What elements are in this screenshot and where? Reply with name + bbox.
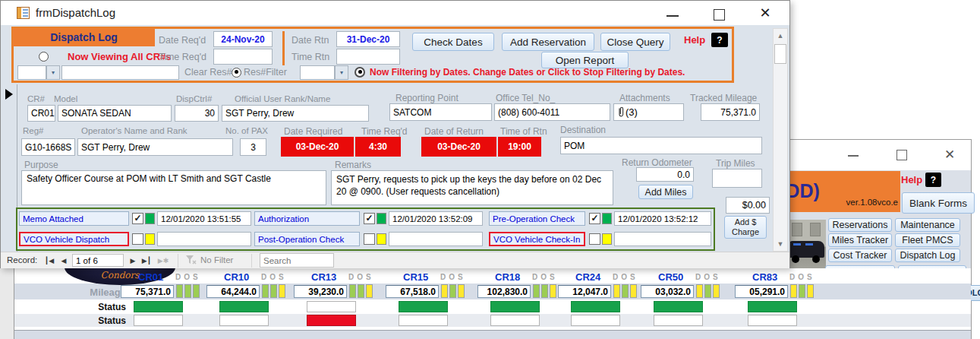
last-record-button[interactable]: ▶┃ (140, 255, 153, 266)
return-odometer-field[interactable]: 0.0 (636, 167, 694, 182)
mileage-value[interactable]: 12,047.0 (558, 285, 611, 298)
check-dates-button[interactable]: Check Dates (412, 33, 494, 51)
menu-close-button[interactable]: ✕ (942, 144, 957, 164)
pax-field[interactable]: 3 (240, 138, 266, 156)
date-return-field[interactable]: 03-Dec-20 (421, 137, 496, 157)
date-reqd-field[interactable]: 24-Nov-20 (213, 31, 273, 47)
vertical-scrollbar[interactable]: ▲ ▼ (773, 28, 788, 252)
scroll-down-icon[interactable]: ▼ (774, 238, 786, 250)
previous-record-button[interactable]: ◀ (58, 255, 69, 266)
res-number-field[interactable] (61, 65, 179, 80)
mileage-value[interactable]: 102,830.0 (477, 285, 531, 298)
dos-indicator-o (270, 284, 277, 298)
vco-dispatch-label[interactable]: VCO Vehicle Dispatch (19, 232, 129, 246)
blank-forms-button[interactable]: Blank Forms (902, 192, 975, 214)
maximize-button[interactable] (714, 9, 725, 21)
date-required-field[interactable]: 03-Dec-20 (281, 137, 354, 157)
status-bar-2 (748, 315, 797, 326)
date-filter-radio[interactable] (355, 67, 365, 78)
time-reqd-field[interactable] (213, 49, 273, 65)
close-icon[interactable]: ✕ (756, 4, 774, 22)
menu-version-label: ver.1.08vco.e (828, 198, 898, 207)
date-combo-field[interactable] (300, 65, 335, 80)
dos-indicator-o (449, 284, 456, 298)
destination-field[interactable]: POM (560, 137, 762, 154)
add-reservation-button[interactable]: Add Reservation (502, 33, 594, 51)
model-field[interactable]: SONATA SEDAN (58, 105, 172, 122)
fleet-pmcs-button[interactable]: Fleet PMCS (895, 233, 960, 247)
mileage-value[interactable]: 39,230.0 (294, 285, 347, 298)
viewing-all-radio[interactable] (39, 52, 49, 62)
time-rtn2-field[interactable]: 19:00 (498, 137, 541, 157)
close-query-button[interactable]: Close Query (600, 33, 670, 51)
scrollbar-thumb[interactable] (774, 44, 786, 64)
operator-field[interactable]: SGT Perry, Drew (77, 138, 233, 156)
minimize-button[interactable] (666, 15, 679, 17)
dos-indicator-s (366, 284, 373, 298)
reg-field[interactable]: G10-1668S (21, 138, 75, 156)
date-rtn-field[interactable]: 31-Dec-20 (336, 31, 400, 47)
time-reqd2-field[interactable]: 4:30 (355, 137, 401, 157)
cr-field[interactable]: CR01 (27, 105, 55, 122)
add-miles-button[interactable]: Add Miles (638, 185, 693, 199)
time-reqd2-label: Time Req'd (361, 126, 408, 137)
dos-header: DOS (789, 273, 815, 281)
vco-checkin-label[interactable]: VCO Vehicle Check-In (489, 232, 585, 246)
mileage-value[interactable]: 75,371.0 (121, 285, 174, 298)
dispatch-log-button[interactable]: Dispatch Log (895, 249, 960, 262)
pre-op-check-label[interactable]: Pre-Operation Check (489, 211, 585, 226)
menu-help-icon[interactable]: ? (925, 173, 941, 187)
memo-attached-label[interactable]: Memo Attached (19, 211, 129, 226)
memo-attached-checkbox[interactable] (132, 213, 143, 224)
mileage-value[interactable]: 67,518.0 (386, 285, 439, 298)
viewing-all-radio-label: Now Viewing All CR#s (68, 51, 172, 62)
tel-field[interactable]: (808) 600-4011 (494, 103, 610, 121)
cost-tracker-button[interactable]: Cost Tracker (828, 249, 892, 262)
scroll-up-icon[interactable]: ▲ (774, 30, 786, 42)
help-icon[interactable]: ? (711, 33, 728, 47)
filter-icon[interactable] (185, 255, 197, 265)
mileage-value[interactable]: 64,244.0 (206, 285, 260, 298)
new-record-button[interactable]: ▶✱ (156, 255, 171, 266)
purpose-field[interactable]: Safety Officer Course at POM with LT Smi… (21, 170, 326, 205)
authorization-label[interactable]: Authorization (254, 211, 360, 226)
reservations-button[interactable]: Reservations (828, 218, 892, 232)
trip-miles-label: Trip Miles (716, 158, 755, 169)
post-op-check-label[interactable]: Post-Operation Check (254, 232, 360, 246)
dispctrl-field[interactable]: 30 (175, 105, 219, 122)
vco-dispatch-checkbox[interactable] (132, 233, 143, 245)
trip-miles-field[interactable] (712, 169, 762, 188)
date-combo-arrow[interactable]: ▾ (335, 65, 348, 80)
maintenance-button[interactable]: Maintenance (895, 218, 960, 232)
pre-op-check-checkbox[interactable] (589, 213, 600, 224)
pre-op-check-indicator (602, 213, 612, 224)
vco-checkin-checkbox[interactable] (589, 233, 600, 245)
res-filter-radio[interactable] (232, 68, 241, 78)
remarks-field[interactable]: SGT Perry, requests to pick up the keys … (331, 170, 613, 205)
tracked-mileage-field[interactable]: 75,371.0 (701, 103, 760, 121)
res-combo-field[interactable] (17, 65, 46, 80)
reporting-field[interactable]: SATCOM (389, 103, 492, 121)
cr-header: CR13 (311, 271, 336, 283)
open-report-button[interactable]: Open Report (541, 52, 629, 68)
attachments-field[interactable]: (3) (613, 103, 684, 121)
next-record-button[interactable]: ▶ (128, 255, 138, 266)
mileage-value[interactable]: 03,032.0 (641, 285, 694, 298)
time-rtn-field[interactable] (336, 49, 400, 65)
menu-maximize-button[interactable] (896, 150, 907, 160)
pre-op-check-timestamp: 12/01/2020 13:52:12 (614, 211, 711, 226)
time-reqd-label: Time Req'd (159, 52, 206, 62)
search-input[interactable] (260, 253, 334, 268)
post-op-check-checkbox[interactable] (364, 233, 375, 245)
official-field[interactable]: SGT Perry, Drew (222, 105, 369, 122)
res-combo-arrow[interactable]: ▾ (46, 65, 60, 80)
first-record-button[interactable]: ┃◀ (43, 255, 55, 266)
menu-minimize-button[interactable] (848, 155, 859, 157)
mileage-value[interactable]: 05,291.0 (735, 285, 788, 298)
record-position-field[interactable]: 1 of 6 (72, 254, 124, 267)
add-charge-button[interactable]: Add $ Charge (724, 216, 767, 239)
charge-field[interactable]: $0.00 (726, 197, 770, 214)
miles-tracker-button[interactable]: Miles Tracker (828, 233, 892, 247)
authorization-checkbox[interactable] (364, 213, 375, 224)
dispatch-titlebar[interactable]: frmDispatchLog ✕ (1, 1, 789, 25)
